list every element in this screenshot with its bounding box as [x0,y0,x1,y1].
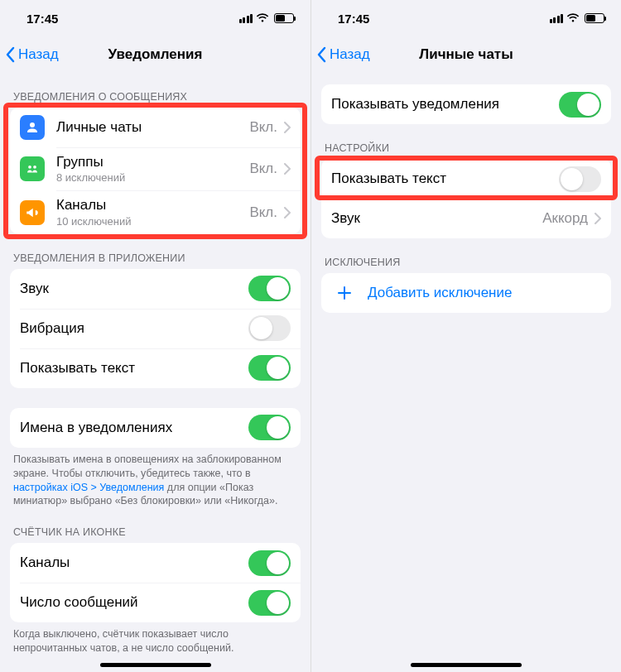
chevron-left-icon [316,46,326,63]
toggle-show-text[interactable] [559,166,601,192]
row-value: Вкл. [249,204,277,221]
row-value: Аккорд [542,210,588,227]
section-footer-names: Показывать имена в оповещениях на заблок… [0,448,310,509]
svg-point-1 [33,166,36,169]
section-footer-badge: Когда выключено, счётчик показывает числ… [0,622,310,655]
toggle-show-text[interactable] [248,355,291,381]
group-badge: Каналы Число сообщений [10,543,301,622]
row-title: Каналы [20,554,248,571]
row-title: Звук [20,281,248,297]
section-header-settings: НАСТРОЙКИ [311,124,621,159]
row-show-notifications[interactable]: Показывать уведомления [321,84,611,124]
toggle-show-notifications[interactable] [559,92,601,118]
home-indicator[interactable] [411,663,522,667]
status-indicators [550,13,605,23]
section-header-messages: УВЕДОМЛЕНИЯ О СООБЩЕНИЯХ [0,73,310,108]
row-value: Вкл. [249,161,277,177]
screen-notifications: 17:45 Назад Уведомления УВЕДОМЛЕНИЯ О СО… [0,0,310,672]
plus-icon [336,285,353,301]
chevron-left-icon [5,46,15,63]
status-time: 17:45 [26,12,58,26]
section-header-exceptions: ИСКЛЮЧЕНИЯ [311,238,621,273]
toggle-badge-channels[interactable] [248,550,291,576]
group-settings: Показывать текст Звук Аккорд [321,159,611,238]
group-names: Имена в уведомлениях [10,408,301,448]
row-sound[interactable]: Звук [10,269,301,309]
row-title: Каналы [56,197,249,214]
row-vibration[interactable]: Вибрация [10,309,301,348]
row-groups[interactable]: Группы 8 исключений Вкл. [10,147,301,190]
screen-private-chats: 17:45 Назад Личные чаты Показывать уведо… [310,0,621,672]
section-header-badge: СЧЁТЧИК НА ИКОНКЕ [0,508,310,543]
section-header-inapp: УВЕДОМЛЕНИЯ В ПРИЛОЖЕНИИ [0,234,310,269]
group-message-notifications: Личные чаты Вкл. Группы 8 исключений Вкл… [10,108,301,234]
group-show-notifications: Показывать уведомления [321,84,611,124]
nav-bar: Назад Личные чаты [311,36,621,73]
toggle-names[interactable] [248,415,291,440]
status-time: 17:45 [338,12,369,26]
megaphone-icon [20,200,45,225]
back-button[interactable]: Назад [316,46,370,63]
back-label: Назад [18,46,59,63]
toggle-badge-count[interactable] [248,590,291,616]
row-title: Звук [331,210,542,227]
toggle-sound[interactable] [248,276,291,301]
row-title: Личные чаты [56,119,249,136]
group-exceptions: Добавить исключение [321,273,611,313]
wifi-icon [256,13,269,23]
ios-settings-link[interactable]: настройках iOS > Уведомления [13,482,164,493]
row-channels[interactable]: Каналы 10 исключений Вкл. [10,190,301,233]
svg-point-0 [28,166,31,169]
row-subtitle: 10 исключений [56,215,249,228]
row-show-text[interactable]: Показывать текст [321,159,611,199]
chevron-right-icon [284,163,291,175]
group-inapp: Звук Вибрация Показывать текст [10,269,301,388]
chevron-right-icon [595,213,601,224]
row-value: Вкл. [249,119,277,136]
status-bar: 17:45 [311,0,621,36]
row-names-in-notifications[interactable]: Имена в уведомлениях [10,408,301,448]
row-sound[interactable]: Звук Аккорд [321,199,611,238]
row-title: Показывать текст [20,360,248,377]
status-indicators [239,13,295,23]
row-title: Вибрация [20,320,248,337]
row-badge-channels[interactable]: Каналы [10,543,301,583]
row-badge-count[interactable]: Число сообщений [10,583,301,622]
row-title: Число сообщений [20,594,248,611]
row-title: Группы [56,154,249,170]
back-button[interactable]: Назад [5,46,59,63]
row-subtitle: 8 исключений [56,171,249,184]
person-icon [20,115,45,140]
row-title: Показывать уведомления [331,96,559,113]
cellular-icon [550,14,564,23]
row-add-exception[interactable]: Добавить исключение [321,273,611,313]
group-icon [20,156,45,181]
add-exception-label: Добавить исключение [368,285,512,301]
wifi-icon [566,13,580,23]
battery-icon [274,13,294,23]
status-bar: 17:45 [0,0,310,36]
row-title: Показывать текст [331,170,559,187]
row-show-text[interactable]: Показывать текст [10,348,301,388]
row-private-chats[interactable]: Личные чаты Вкл. [10,108,301,147]
back-label: Назад [330,46,370,63]
cellular-icon [239,14,253,23]
battery-icon [585,13,604,23]
toggle-vibration[interactable] [248,315,291,341]
chevron-right-icon [284,207,291,218]
row-title: Имена в уведомлениях [20,420,248,436]
nav-bar: Назад Уведомления [0,36,310,73]
chevron-right-icon [284,122,291,133]
home-indicator[interactable] [100,663,211,667]
